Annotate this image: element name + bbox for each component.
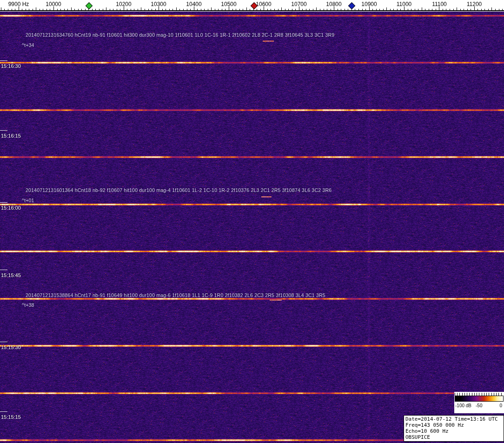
info-freq-line: Freq=143 050 000 Hz [405,422,502,428]
color-scale-legend: -100 dB -50 0 [454,392,504,413]
info-date-line: Date=2014-07-12 Time=13:16 UTC [405,416,502,422]
legend-label-mid: -50 [476,403,482,408]
detection-tag: ^t+38 [22,302,34,308]
detection-tag: ^t+01 [22,198,34,203]
detection-text: 20140712131601364 hCnt18 nb-92 f10607 hi… [26,187,332,193]
info-station-line: OBSUPICE [405,434,502,440]
info-echo-line: Echo=10 600 Hz [405,428,502,434]
legend-gradient-bar [455,396,504,402]
detection-annotations: 20140712131634760 hCnt19 nb-91 f10601 hi… [0,0,504,443]
spectrum-lab-window: 9900 Hz100001020010300104001050010600107… [0,0,504,443]
detection-tag: ^t+34 [22,42,34,48]
legend-label-min: -100 dB [455,403,471,408]
legend-labels: -100 dB -50 0 [455,402,504,409]
station-info-box: Date=2014-07-12 Time=13:16 UTC Freq=143 … [404,415,504,442]
detection-text: 20140712131538864 hCnt17 nb-91 f10649 hi… [26,292,325,298]
legend-label-max: 0 [499,403,502,408]
detection-text: 20140712131634760 hCnt19 nb-91 f10601 hi… [26,32,334,38]
